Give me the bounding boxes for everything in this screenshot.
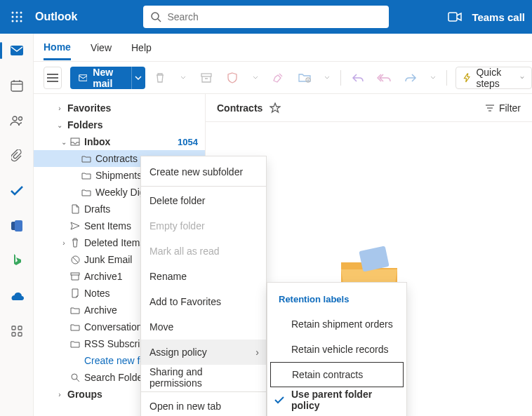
- shield-icon: [227, 72, 237, 83]
- toolbar: New mail Quick steps: [0, 62, 532, 94]
- draft-icon: [71, 204, 79, 214]
- chevron-down-icon: [430, 76, 436, 79]
- nav-toggle-button[interactable]: [44, 67, 62, 89]
- trash-icon: [154, 72, 166, 83]
- forward-dropdown[interactable]: [425, 67, 441, 89]
- svg-rect-19: [11, 81, 22, 91]
- reply-icon: [352, 73, 364, 83]
- rail-onedrive[interactable]: [6, 285, 28, 307]
- svg-rect-11: [448, 13, 457, 21]
- search-icon: [150, 11, 161, 22]
- favorite-star-button[interactable]: [270, 102, 281, 114]
- rail-bing[interactable]: [6, 250, 28, 272]
- ctx-rename[interactable]: Rename: [141, 264, 266, 289]
- video-icon[interactable]: [448, 12, 462, 22]
- svg-rect-16: [201, 74, 211, 76]
- tab-view[interactable]: View: [91, 36, 112, 59]
- ctx-add-favorites[interactable]: Add to Favorites: [141, 289, 266, 314]
- b-icon: [12, 254, 22, 268]
- svg-point-0: [12, 12, 14, 14]
- attachment-icon: [11, 149, 22, 162]
- policy-retain-shipment[interactable]: Retain shipment orders: [267, 311, 406, 337]
- moveto-dropdown[interactable]: [319, 67, 335, 89]
- rail-mail[interactable]: [6, 39, 28, 62]
- policy-retain-vehicle[interactable]: Retain vehicle records: [267, 337, 406, 362]
- svg-point-1: [16, 12, 18, 14]
- chevron-down-icon: [135, 76, 142, 80]
- svg-point-4: [16, 16, 18, 18]
- archive-button[interactable]: [195, 67, 217, 89]
- policy-use-parent[interactable]: Use parent folder policy: [267, 387, 406, 412]
- svg-point-6: [12, 20, 14, 22]
- reply-all-button[interactable]: [373, 67, 394, 89]
- new-mail-dropdown[interactable]: [131, 67, 145, 89]
- ctx-move[interactable]: Move: [141, 314, 266, 340]
- rail-more-apps[interactable]: [6, 320, 28, 342]
- filter-icon: [485, 105, 495, 112]
- ctx-empty-folder: Empty folder: [141, 213, 266, 239]
- folder-icon: [70, 340, 80, 348]
- tab-help[interactable]: Help: [131, 36, 152, 59]
- reply-button[interactable]: [347, 67, 368, 89]
- new-mail-button[interactable]: New mail: [70, 67, 145, 89]
- tree-folders[interactable]: ⌄Folders: [34, 116, 205, 133]
- quick-steps-button[interactable]: Quick steps: [455, 67, 532, 89]
- svg-rect-34: [71, 273, 79, 275]
- svg-line-36: [77, 379, 79, 382]
- svg-rect-30: [18, 333, 22, 336]
- svg-line-33: [73, 257, 78, 262]
- broom-icon: [272, 72, 284, 83]
- ctx-open-new-tab[interactable]: Open in new tab: [141, 394, 266, 416]
- svg-line-10: [158, 19, 161, 22]
- ctx-mark-all-read: Mark all as read: [141, 239, 266, 264]
- inbox-icon: [70, 137, 80, 146]
- tab-home[interactable]: Home: [44, 36, 71, 60]
- folder-icon: [70, 307, 80, 314]
- svg-point-2: [20, 12, 22, 14]
- folder-icon: [81, 189, 91, 196]
- filter-label: Filter: [499, 102, 521, 114]
- submenu-header: Retention labels: [267, 290, 406, 311]
- mail-icon: [10, 45, 24, 56]
- tree-favorites[interactable]: ›Favorites: [34, 100, 205, 116]
- hamburger-icon: [47, 74, 58, 82]
- app-titlebar: Outlook Teams call: [0, 0, 532, 34]
- search-box[interactable]: [143, 6, 389, 28]
- chevron-down-icon: [253, 76, 258, 79]
- policy-retain-contracts[interactable]: Retain contracts: [270, 362, 404, 387]
- rail-calendar[interactable]: [6, 74, 28, 97]
- rail-todo[interactable]: [6, 180, 28, 202]
- search-input[interactable]: [167, 11, 382, 22]
- folder-icon: [81, 172, 91, 180]
- sweep-button[interactable]: [267, 67, 289, 89]
- ctx-delete-folder[interactable]: Delete folder: [141, 188, 266, 213]
- report-button[interactable]: [221, 67, 243, 89]
- forward-button[interactable]: [399, 67, 421, 89]
- note-icon: [71, 288, 79, 298]
- folder-context-menu: Create new subfolder Delete folder Empty…: [140, 156, 267, 416]
- report-dropdown[interactable]: [248, 67, 263, 89]
- left-app-rail: [0, 34, 34, 416]
- filter-button[interactable]: Filter: [485, 102, 521, 114]
- delete-dropdown[interactable]: [175, 67, 191, 89]
- waffle-icon: [11, 11, 22, 22]
- rail-files[interactable]: [6, 145, 28, 167]
- rail-people[interactable]: [6, 109, 28, 132]
- moveto-button[interactable]: [293, 67, 315, 89]
- tree-inbox[interactable]: ⌄Inbox1054: [34, 133, 205, 150]
- new-mail-label: New mail: [93, 67, 123, 89]
- forward-icon: [404, 73, 417, 83]
- delete-button[interactable]: [149, 67, 171, 89]
- app-launcher-button[interactable]: [7, 7, 27, 27]
- inbox-count: 1054: [178, 137, 198, 147]
- ctx-sharing[interactable]: Sharing and permissions: [141, 365, 266, 390]
- rail-word[interactable]: [6, 215, 28, 237]
- ctx-assign-policy[interactable]: Assign policy›: [141, 340, 266, 365]
- lightning-icon: [463, 72, 470, 84]
- assign-policy-submenu: Retention labels Retain shipment orders …: [267, 282, 407, 416]
- app-brand: Outlook: [35, 11, 77, 23]
- word-icon: [11, 220, 23, 232]
- teams-call-link[interactable]: Teams call: [472, 11, 525, 23]
- search-icon: [71, 373, 80, 382]
- ctx-create-subfolder[interactable]: Create new subfolder: [141, 159, 266, 184]
